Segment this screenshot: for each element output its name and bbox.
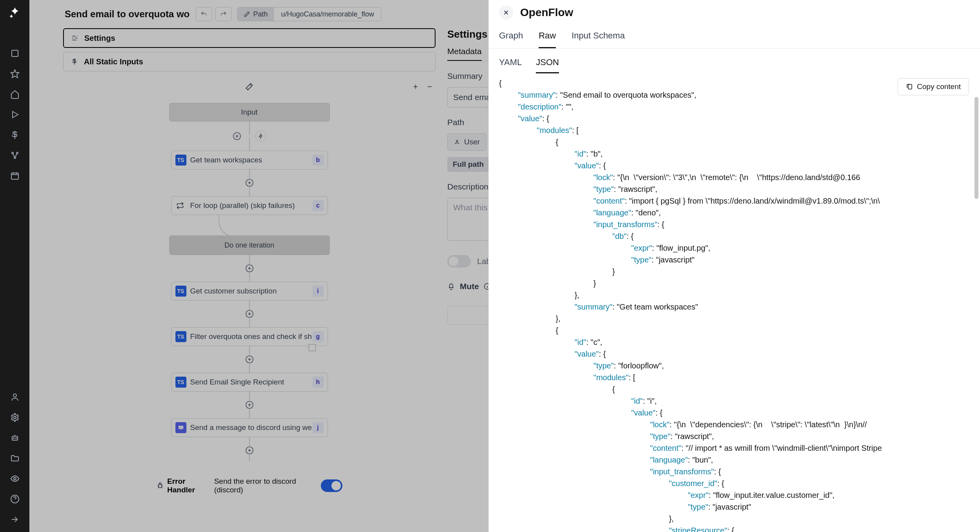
svg-marker-2 <box>13 111 18 118</box>
clipboard-icon <box>906 83 913 90</box>
svg-point-10 <box>13 438 14 439</box>
tab-input-schema[interactable]: Input Schema <box>572 25 625 48</box>
svg-rect-24 <box>908 84 912 89</box>
svg-rect-0 <box>12 50 18 56</box>
eye-icon[interactable] <box>10 474 20 483</box>
svg-point-5 <box>14 157 16 159</box>
drawer-title: OpenFlow <box>520 6 573 19</box>
svg-point-8 <box>14 416 16 419</box>
calendar-icon[interactable] <box>10 171 20 180</box>
star-icon[interactable] <box>10 69 20 78</box>
copy-content-button[interactable]: Copy content <box>898 78 969 95</box>
close-icon <box>503 9 510 16</box>
svg-marker-1 <box>11 70 19 78</box>
gear-icon[interactable] <box>10 413 20 422</box>
tab-graph[interactable]: Graph <box>499 25 523 48</box>
user-icon[interactable] <box>10 392 20 402</box>
nodes-icon[interactable] <box>10 151 20 160</box>
help-icon[interactable] <box>10 494 20 504</box>
svg-point-3 <box>12 152 13 154</box>
openflow-drawer: OpenFlow Graph Raw Input Schema YAML JSO… <box>488 0 980 532</box>
left-rail <box>0 0 29 532</box>
svg-point-4 <box>16 152 18 154</box>
play-icon[interactable] <box>10 110 20 119</box>
dollar-icon[interactable] <box>10 130 20 140</box>
home-icon[interactable] <box>10 89 20 99</box>
svg-rect-6 <box>11 173 18 179</box>
json-code-block[interactable]: { "summary": "Send email to overquota wo… <box>489 73 980 532</box>
drawer-tabs: Graph Raw Input Schema <box>489 25 980 49</box>
workspace-icon[interactable] <box>10 49 20 58</box>
subtab-json[interactable]: JSON <box>536 53 559 73</box>
folder-icon[interactable] <box>10 454 20 463</box>
svg-point-11 <box>16 438 16 439</box>
close-button[interactable] <box>499 5 513 20</box>
scrollbar-thumb[interactable] <box>975 97 978 199</box>
collapse-icon[interactable] <box>10 515 20 524</box>
subtab-yaml[interactable]: YAML <box>499 53 522 73</box>
tab-raw[interactable]: Raw <box>539 25 556 48</box>
logo-icon <box>8 6 22 20</box>
bot-icon[interactable] <box>10 433 20 443</box>
raw-subtabs: YAML JSON <box>489 49 980 73</box>
svg-point-7 <box>13 394 16 397</box>
svg-point-12 <box>14 477 16 480</box>
